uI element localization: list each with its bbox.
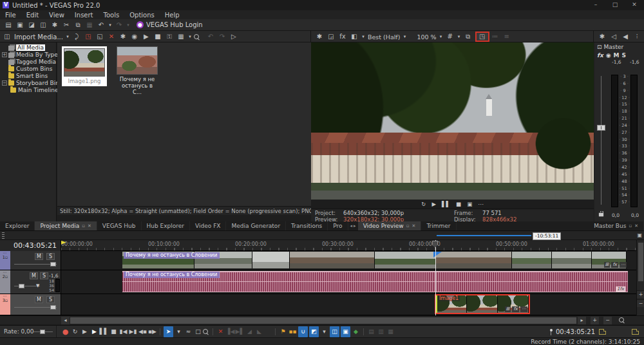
menu-tools[interactable]: Tools <box>99 12 125 19</box>
redo-icon[interactable]: ↷ <box>114 20 124 30</box>
tab-vegas-hub[interactable]: VEGAS Hub▫✕ <box>97 221 142 230</box>
track-3-solo-button[interactable]: S <box>46 296 55 303</box>
undo-icon[interactable]: ↶ <box>96 20 106 30</box>
track-2-dropdown-icon[interactable]: ▼ <box>36 283 39 288</box>
save-project-icon[interactable]: ◪ <box>26 20 37 30</box>
save-snapshot-button[interactable]: ◳ <box>477 32 488 42</box>
event-fx-icon[interactable]: fx <box>512 306 519 312</box>
tab-transitions[interactable]: Transitions▫✕ <box>286 221 328 230</box>
media-properties-gear-icon[interactable]: ✱ <box>118 32 128 42</box>
record-button[interactable]: ● <box>61 326 70 337</box>
tab-pro-truncated[interactable]: Pro▫✕ <box>328 221 348 230</box>
insert-region-button[interactable]: ▪▪ <box>288 326 298 337</box>
redo-dropdown-icon[interactable]: ▾ <box>126 20 131 30</box>
track-3-mute-button[interactable]: M <box>35 296 43 303</box>
media-thumbnail-image1[interactable]: Image1.png <box>62 46 107 86</box>
tree-item-custom-bins[interactable]: Custom Bins <box>0 66 56 73</box>
loop-region-icon[interactable]: ≔ <box>490 32 500 42</box>
project-notes-icon[interactable] <box>599 329 606 335</box>
trim-start-button[interactable]: ▐◀ <box>225 326 235 337</box>
maximize-button[interactable]: □ <box>605 0 625 10</box>
downmix-icon[interactable]: ◁ <box>609 32 619 42</box>
undo-dropdown-icon[interactable]: ▾ <box>108 20 113 30</box>
go-to-end-button[interactable]: ▶▮ <box>128 326 138 337</box>
tab-master-bus[interactable]: Master Bus▫✕ <box>589 221 644 230</box>
mixer-gear-icon[interactable]: ✱ <box>597 32 607 42</box>
track-3-lane[interactable]: Image1 ⊞fx⋯ <box>61 294 636 315</box>
edit-tool-dropdown[interactable]: ▾ <box>174 326 184 337</box>
tab-pin-icon[interactable]: ▫ <box>406 223 410 228</box>
views-grid-icon[interactable]: ▦ <box>176 32 186 42</box>
pan-crop-icon[interactable]: ⊞ <box>604 262 611 268</box>
tree-item-tagged-media[interactable]: Tagged Media <box>0 59 56 66</box>
cut-scissors-icon[interactable]: ✂ <box>61 20 71 30</box>
zoom-dropdown-icon[interactable]: ▾ <box>439 32 444 42</box>
drag-grip-icon[interactable] <box>2 232 5 239</box>
auto-ripple-dropdown[interactable]: ▾ <box>319 326 329 337</box>
track-1-lane[interactable]: Почему я не останусь в Словении ⊞fx⋯ <box>61 251 636 270</box>
video-event[interactable]: Почему я не останусь в Словении ⊞fx⋯ <box>122 252 628 268</box>
audio-event[interactable]: Почему я не останусь в Словении 1fx <box>122 271 628 292</box>
tab-media-generator[interactable]: Media Generator▫✕ <box>226 221 286 230</box>
grid-overlay-icon[interactable]: # <box>445 32 455 42</box>
remove-media-icon[interactable]: ✕ <box>106 32 117 42</box>
ignore-event-grouping-button[interactable]: ▣ <box>341 326 350 337</box>
copy-icon[interactable]: ⧉ <box>73 20 83 30</box>
marker-tool-icon[interactable]: ▣ <box>637 232 642 238</box>
track-3-level-slider[interactable] <box>14 307 57 308</box>
track-3-header[interactable]: ⋯3▫ M S <box>0 294 61 315</box>
preview-capture-icon[interactable]: ▣ <box>467 201 472 207</box>
menu-edit[interactable]: Edit <box>21 12 44 19</box>
tab-trimmer[interactable]: Trimmer▫✕ <box>421 221 456 230</box>
timeline-vertical-scrollbar[interactable]: + − <box>636 240 644 315</box>
remote-link-icon[interactable]: ⤸ <box>71 32 82 42</box>
track-2-lane[interactable]: Почему я не останусь в Словении 1fx <box>61 270 636 294</box>
play-button[interactable]: ▶ <box>90 326 99 337</box>
menu-file[interactable]: File <box>0 12 21 19</box>
preview-stop-icon[interactable]: ■ <box>153 32 163 42</box>
previous-frame-button[interactable]: ◀▪ <box>138 326 147 337</box>
tab-explorer[interactable]: Explorer▫✕ <box>0 221 35 230</box>
track-2-header[interactable]: ⋯2▫ M S -1,6 ▼ 183654 <box>0 270 61 294</box>
vscroll-thumb[interactable] <box>638 243 643 281</box>
tab-close-icon[interactable]: ✕ <box>88 223 91 228</box>
tree-expander[interactable] <box>2 66 7 71</box>
pan-crop-icon[interactable]: ⊞ <box>505 306 511 312</box>
track-3-color-strip[interactable]: ⋯3▫ <box>0 294 10 315</box>
preview-play-icon[interactable]: ▶ <box>141 32 151 42</box>
tree-expander[interactable] <box>2 59 7 64</box>
tab-project-media[interactable]: Project Media▫✕ <box>35 221 97 230</box>
media-thumbnail-video[interactable]: Почему я не останусь в С... <box>117 46 158 95</box>
extract-audio-icon[interactable]: ◱ <box>95 32 105 42</box>
tree-item-storyboard-bins[interactable]: − Storyboard Bins <box>0 80 56 87</box>
preview-gear-icon[interactable]: ✱ <box>314 32 325 42</box>
auto-ripple-button[interactable]: ◩ <box>309 326 319 337</box>
envelope-edit-tool-button[interactable]: ≈ <box>184 326 193 337</box>
capture-video-icon[interactable]: ◳ <box>83 32 93 42</box>
tab-pin-icon[interactable]: ▫ <box>629 223 632 228</box>
tab-hub-explorer[interactable]: Hub Explorer▫✕ <box>142 221 191 230</box>
vegas-hub-login-button[interactable]: VEGAS Hub Login <box>146 21 203 28</box>
dim-output-icon[interactable]: ◀ <box>620 32 630 42</box>
tree-item-main-timeline[interactable]: Main Timeline <box>0 87 56 94</box>
tree-item-media-by-type[interactable]: + Media By Type <box>0 51 56 59</box>
video-output-fx-icon[interactable]: fx <box>337 32 348 42</box>
timeline-overview-bar[interactable]: -10:53:11 ▣ <box>0 231 644 240</box>
normal-edit-tool-button[interactable]: ➤ <box>164 326 173 337</box>
fade-in-button[interactable]: ◢ <box>245 326 254 337</box>
tab-video-preview[interactable]: Video Preview▫✕ <box>358 221 422 230</box>
master-fader-handle[interactable] <box>597 125 605 131</box>
media-record-icon[interactable]: ◉ <box>129 32 140 42</box>
preview-zoom-dropdown[interactable]: 100 % <box>417 33 436 41</box>
tree-expander[interactable]: + <box>2 52 7 57</box>
lock-envelopes-button[interactable]: ◫ <box>330 326 339 337</box>
track-1-color-strip[interactable]: ⋯1▫ <box>0 251 10 270</box>
track-1-mute-button[interactable]: M <box>35 253 43 260</box>
fade-out-button[interactable]: ◣ <box>254 326 264 337</box>
copy-frame-icon[interactable]: ⧉ <box>463 32 473 42</box>
timeline-ruler[interactable]: 00:00:00:0000:10:00:0000:20:00:0000:30:0… <box>61 240 636 251</box>
tab-scroll-right-icon[interactable]: ▸ <box>354 223 356 228</box>
track-height-minus-button[interactable]: − <box>637 299 644 307</box>
menu-options[interactable]: Options <box>124 12 160 19</box>
master-phase-icon[interactable]: ◉ <box>606 52 611 59</box>
